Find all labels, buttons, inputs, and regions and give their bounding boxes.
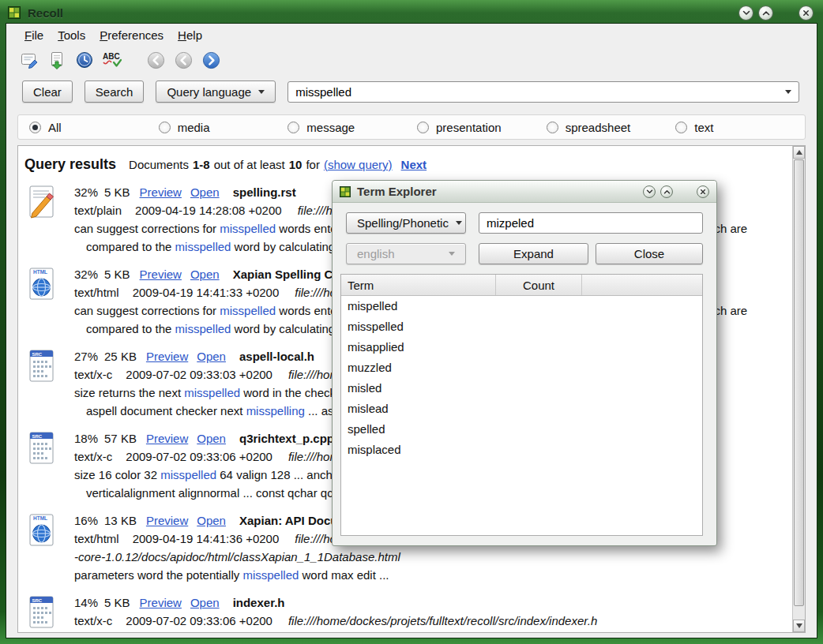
html-document-icon: HTML: [24, 267, 59, 301]
radio-icon[interactable]: [287, 122, 299, 133]
highlighted-term: misspelled: [160, 468, 216, 481]
term-row[interactable]: misspelled: [341, 316, 702, 337]
search-button[interactable]: Search: [85, 80, 145, 103]
category-filter-bar: Allmediamessagepresentationspreadsheette…: [17, 114, 806, 140]
menu-file[interactable]: File: [17, 26, 51, 44]
relevance-percent: 18%: [74, 432, 98, 445]
term-explorer-titlebar[interactable]: Term Explorer: [333, 181, 716, 203]
result-title: spelling.rst: [233, 185, 296, 199]
doc-date: 2009-04-19 14:41:33 +0200: [133, 286, 280, 299]
file-size: 5 KB: [104, 268, 130, 281]
arrow-left-icon: [145, 50, 166, 70]
doc-date: 2009-04-19 14:41:36 +0200: [133, 532, 280, 545]
open-link[interactable]: Open: [197, 350, 226, 363]
html-document-icon: HTML: [24, 513, 59, 548]
highlighted-term: misspelled: [220, 222, 276, 235]
spellcheck-icon[interactable]: ABC: [102, 50, 122, 70]
open-link[interactable]: Open: [197, 432, 226, 445]
close-button[interactable]: [697, 185, 709, 198]
chevron-down-icon[interactable]: [785, 90, 791, 94]
relevance-percent: 16%: [74, 514, 98, 527]
preview-link[interactable]: Preview: [140, 185, 182, 199]
chevron-down-icon: [742, 10, 750, 16]
preview-link[interactable]: Preview: [140, 596, 182, 609]
filter-spreadsheet[interactable]: spreadsheet: [547, 121, 676, 134]
maximize-button[interactable]: [660, 185, 673, 198]
result-title: indexer.h: [233, 596, 285, 609]
scroll-up-button[interactable]: [793, 146, 805, 159]
arrow-right-icon[interactable]: [201, 50, 221, 70]
window-title: Recoll: [28, 6, 63, 20]
term-row[interactable]: misplaced: [341, 440, 702, 460]
menu-help[interactable]: Help: [171, 26, 209, 44]
result-title: q3richtext_p.cpp: [239, 432, 334, 445]
menu-tools[interactable]: Tools: [51, 26, 92, 44]
filter-message[interactable]: message: [287, 121, 417, 134]
column-header-term[interactable]: Term: [341, 275, 495, 295]
expansion-mode-dropdown[interactable]: Spelling/Phonetic: [346, 212, 466, 234]
filter-all[interactable]: All: [29, 121, 159, 134]
filter-presentation[interactable]: presentation: [417, 121, 547, 134]
term-table-header[interactable]: Term Count: [341, 275, 702, 296]
svg-text:HTML: HTML: [33, 515, 47, 521]
clear-form-icon[interactable]: [19, 50, 39, 70]
mime-type: text/x-c: [74, 614, 112, 627]
close-dialog-button[interactable]: Close: [596, 243, 703, 264]
results-scrollbar[interactable]: [792, 146, 805, 632]
preview-link[interactable]: Preview: [140, 268, 182, 281]
term-row[interactable]: mispelled: [341, 296, 702, 316]
next-page-link[interactable]: Next: [401, 158, 427, 171]
file-size: 5 KB: [104, 596, 130, 609]
relevance-percent: 32%: [74, 268, 98, 281]
search-combobox[interactable]: [287, 81, 799, 103]
term-row[interactable]: muzzled: [341, 358, 702, 378]
term-row[interactable]: mislead: [341, 399, 702, 419]
radio-icon[interactable]: [159, 122, 171, 133]
text-document-icon: [24, 185, 59, 219]
open-link[interactable]: Open: [190, 268, 220, 281]
preview-link[interactable]: Preview: [146, 350, 188, 363]
scroll-down-button[interactable]: [793, 620, 805, 632]
term-row[interactable]: spelled: [341, 419, 702, 440]
mime-type: text/plain: [74, 204, 122, 217]
src-document-icon: SRC: [24, 431, 59, 466]
clock-history-icon[interactable]: [74, 50, 95, 70]
filter-text[interactable]: text: [675, 121, 805, 134]
radio-icon[interactable]: [675, 122, 687, 133]
term-row[interactable]: misled: [341, 378, 702, 399]
relevance-percent: 14%: [74, 596, 98, 609]
svg-text:SRC: SRC: [32, 598, 43, 603]
file-size: 57 KB: [104, 432, 137, 445]
expand-button[interactable]: Expand: [479, 243, 588, 264]
shade-button[interactable]: [643, 185, 656, 198]
show-query-link[interactable]: (show query): [324, 158, 393, 171]
term-input[interactable]: [479, 212, 703, 234]
scrollbar-thumb[interactable]: [794, 159, 804, 606]
filter-media[interactable]: media: [159, 121, 288, 134]
term-row[interactable]: misapplied: [341, 337, 702, 358]
close-button[interactable]: [799, 6, 814, 21]
clear-button[interactable]: Clear: [22, 80, 73, 103]
open-link[interactable]: Open: [197, 514, 226, 527]
arrow-left-icon: [173, 50, 194, 70]
menu-preferences[interactable]: Preferences: [92, 26, 171, 44]
preview-link[interactable]: Preview: [146, 514, 188, 527]
relevance-percent: 27%: [74, 350, 98, 363]
maximize-button[interactable]: [758, 6, 773, 21]
radio-icon[interactable]: [29, 122, 41, 133]
radio-icon[interactable]: [547, 122, 558, 133]
window-titlebar[interactable]: Recoll: [8, 2, 815, 23]
open-link[interactable]: Open: [190, 596, 220, 609]
document-save-icon[interactable]: [47, 50, 67, 70]
shade-button[interactable]: [738, 6, 753, 21]
query-language-dropdown[interactable]: Query language: [156, 80, 276, 103]
filter-label: media: [178, 121, 210, 134]
search-input[interactable]: [288, 82, 791, 102]
triangle-up-icon: [796, 150, 802, 155]
preview-link[interactable]: Preview: [146, 432, 188, 445]
column-header-count[interactable]: Count: [495, 275, 582, 295]
mime-type: text/x-c: [74, 450, 112, 463]
radio-icon[interactable]: [417, 122, 429, 133]
mime-type: text/html: [74, 286, 119, 299]
open-link[interactable]: Open: [190, 185, 220, 199]
